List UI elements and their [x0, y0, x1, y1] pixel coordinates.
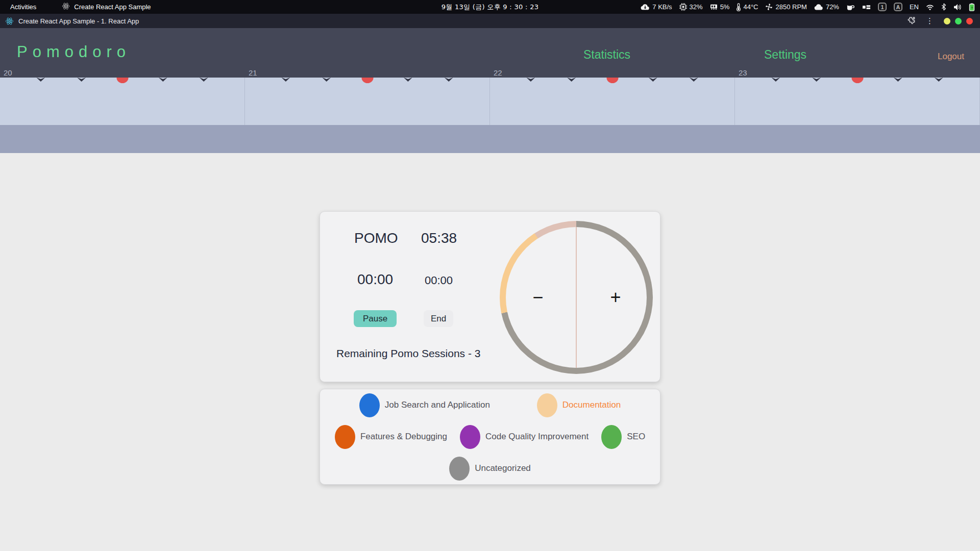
- decrease-time-button[interactable]: −: [532, 288, 543, 307]
- network-speed-value: 7 KB/s: [652, 3, 672, 11]
- legend-item[interactable]: Features & Debugging: [335, 425, 447, 449]
- thermometer-icon: [737, 3, 741, 11]
- memory-usage-indicator[interactable]: 5%: [710, 3, 730, 11]
- bluetooth-indicator[interactable]: [941, 3, 946, 11]
- timeline-marker: [281, 78, 290, 82]
- coffee-icon: [846, 4, 855, 11]
- nav-statistics[interactable]: Statistics: [583, 48, 630, 62]
- caffeine-indicator[interactable]: [846, 4, 855, 11]
- brand-title[interactable]: Pomodoro: [17, 43, 131, 61]
- timer-elapsed: 00:00: [357, 271, 393, 288]
- browser-menu-icon[interactable]: ⋮: [926, 16, 934, 26]
- legend-item[interactable]: Code Quality Improvement: [460, 425, 589, 449]
- clock[interactable]: 9월 13일 (금) 오후 9 : 30 : 23: [442, 3, 539, 12]
- timeline-hour-column: [735, 78, 980, 125]
- cloud-usage-indicator[interactable]: 72%: [814, 3, 839, 11]
- logout-button[interactable]: Logout: [938, 52, 964, 62]
- timeline-marker: [690, 78, 698, 82]
- wifi-indicator[interactable]: [926, 4, 934, 10]
- legend-item[interactable]: Uncategorized: [449, 457, 531, 481]
- hour-label: 21: [245, 68, 490, 77]
- end-button[interactable]: End: [424, 310, 453, 327]
- hour-label: 22: [490, 68, 735, 77]
- cpu-usage-indicator[interactable]: 32%: [679, 3, 703, 11]
- timer-dial-divider: [576, 227, 577, 368]
- layout-icon: [862, 4, 871, 10]
- temperature-value: 44°C: [743, 3, 758, 11]
- timeline-marker: [894, 78, 902, 82]
- fan-icon: [765, 3, 773, 11]
- battery-indicator[interactable]: [969, 3, 975, 11]
- activities-button[interactable]: Activities: [7, 2, 39, 12]
- timeline-marker-red: [116, 78, 128, 83]
- keyboard-num-badge[interactable]: 1: [878, 3, 887, 11]
- increase-time-button[interactable]: +: [610, 288, 621, 307]
- legend-label: Documentation: [562, 400, 621, 410]
- legend-swatch: [460, 425, 480, 449]
- language-indicator[interactable]: EN: [910, 3, 919, 11]
- battery-charging-icon: [969, 3, 975, 11]
- legend-label: Uncategorized: [475, 463, 531, 473]
- timeline-band: [0, 78, 980, 125]
- react-app-icon: [62, 2, 70, 12]
- legend-label: SEO: [627, 432, 645, 442]
- timeline-marker-red: [851, 78, 863, 83]
- timer-dial: − +: [500, 221, 653, 374]
- app-menu-button[interactable]: Create React App Sample: [62, 2, 151, 12]
- wifi-icon: [926, 4, 934, 10]
- temperature-indicator[interactable]: 44°C: [737, 3, 758, 11]
- extensions-puzzle-icon[interactable]: [907, 16, 916, 26]
- volume-indicator[interactable]: [953, 4, 962, 11]
- legend-label: Job Search and Application: [385, 400, 490, 410]
- memory-icon: [710, 4, 718, 10]
- timer-countdown: 05:38: [421, 230, 457, 246]
- timeline-marker-red: [361, 78, 373, 83]
- timeline-hour-labels: 20 21 22 23: [0, 68, 980, 77]
- timeline-marker: [36, 78, 45, 82]
- window-title: Create React App Sample - 1. React App: [18, 17, 139, 25]
- legend-label: Code Quality Improvement: [485, 432, 589, 442]
- cloud-icon: [814, 4, 823, 10]
- timeline-marker: [77, 78, 86, 82]
- cpu-icon: [679, 3, 687, 11]
- timer-overtime: 00:00: [425, 274, 453, 287]
- timeline-marker: [159, 78, 167, 82]
- app-header: Pomodoro Statistics Settings Logout 20 2…: [0, 28, 980, 78]
- timeline-marker: [445, 78, 453, 82]
- network-speed-indicator[interactable]: 7 KB/s: [641, 3, 672, 11]
- legend-item[interactable]: SEO: [601, 425, 645, 449]
- window-controls: [944, 18, 973, 24]
- timeline-hour-column: [0, 78, 245, 125]
- pause-button[interactable]: Pause: [354, 310, 397, 327]
- timeline-marker: [200, 78, 208, 82]
- legend-swatch: [601, 425, 622, 449]
- legend-item[interactable]: Documentation: [537, 393, 621, 417]
- memory-usage-value: 5%: [720, 3, 730, 11]
- system-tray: 7 KB/s 32% 5% 44°C 2850 RPM 72% 1 A: [641, 3, 975, 11]
- nav-settings[interactable]: Settings: [764, 48, 806, 62]
- legend-row: Job Search and Application Documentation: [320, 389, 660, 421]
- keyboard-letter-badge[interactable]: A: [894, 3, 902, 11]
- legend-item[interactable]: Job Search and Application: [359, 393, 490, 417]
- layout-indicator[interactable]: [862, 4, 871, 10]
- timeline-hour-column: [245, 78, 490, 125]
- fan-speed-value: 2850 RPM: [775, 3, 806, 11]
- timeline-marker: [935, 78, 943, 82]
- fan-speed-indicator[interactable]: 2850 RPM: [765, 3, 806, 11]
- timer-mode-label: POMO: [354, 230, 398, 246]
- legend-swatch: [537, 393, 557, 417]
- window-control-dot[interactable]: [955, 18, 962, 24]
- timeline-marker: [812, 78, 821, 82]
- timer-card: POMO 05:38 00:00 00:00 Pause End Remaini…: [320, 211, 660, 382]
- legend-swatch: [449, 457, 470, 481]
- hour-label: 23: [735, 68, 980, 77]
- window-control-dot[interactable]: [966, 18, 973, 24]
- cpu-usage-value: 32%: [690, 3, 703, 11]
- timeline-marker: [649, 78, 657, 82]
- timeline-marker-red: [606, 78, 618, 83]
- system-top-bar: Activities Create React App Sample 9월 13…: [0, 0, 980, 14]
- window-control-dot[interactable]: [944, 18, 950, 24]
- category-legend-card: Job Search and Application Documentation…: [320, 389, 660, 485]
- cloud-download-icon: [641, 4, 650, 10]
- volume-icon: [953, 4, 962, 11]
